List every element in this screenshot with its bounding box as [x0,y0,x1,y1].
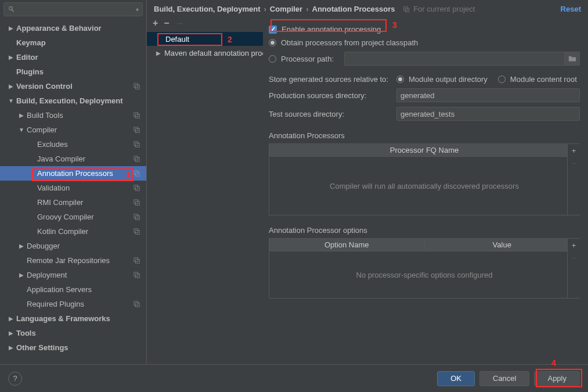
project-scope-icon [134,156,140,163]
tree-item-label: Build Tools [27,111,146,120]
expand-icon: ▼ [8,98,14,104]
tree-item-build-tools[interactable]: ▶Build Tools [0,108,146,123]
tree-item-excludes[interactable]: Excludes [0,137,146,152]
project-scope-icon [134,141,140,148]
tree-item-groovy-compiler[interactable]: Groovy Compiler [0,210,146,224]
help-button[interactable]: ? [8,372,22,386]
store-label: Store generated sources relative to: [269,75,396,84]
tree-item-annotation-processors[interactable]: Annotation Processors [0,166,146,181]
tree-item-version-control[interactable]: ▶Version Control [0,79,146,93]
prod-dir-input[interactable] [396,88,580,102]
tree-item-rmi-compiler[interactable]: RMI Compiler [0,195,146,210]
ap-add-button[interactable]: + [568,144,580,157]
expand-icon: ▶ [19,272,24,278]
folder-icon [568,55,576,62]
tree-item-keymap[interactable]: Keymap [0,35,146,50]
tree-item-label: Groovy Compiler [37,213,146,221]
tree-item-deployment[interactable]: ▶Deployment [0,268,146,282]
tree-item-languages-frameworks[interactable]: ▶Languages & Frameworks [0,311,146,326]
svg-rect-17 [135,215,139,220]
profile-item[interactable]: ▶Maven default annotation processors [147,46,263,60]
reset-link[interactable]: Reset [561,5,581,13]
tree-item-label: Validation [37,184,146,192]
tree-item-label: Excludes [37,140,146,149]
tree-item-build-execution-deployment[interactable]: ▼Build, Execution, Deployment [0,93,146,108]
expand-icon: ▶ [8,315,14,322]
obtain-classpath-radio[interactable] [269,39,276,46]
ap-table: Processor FQ Name Compiler will run all … [269,143,580,215]
tree-item-remote-jar-repositories[interactable]: Remote Jar Repositories [0,253,146,268]
svg-rect-18 [134,228,138,232]
browse-path-button[interactable] [565,52,580,66]
obtain-classpath-label: Obtain processors from project classpath [281,38,418,47]
svg-rect-7 [135,143,139,147]
opt-section-title: Annotation Processor options [269,226,580,235]
add-profile-button[interactable]: + [153,18,158,28]
search-input-container[interactable]: ▾ [3,2,143,16]
tree-item-application-servers[interactable]: Application Servers [0,282,146,297]
processor-path-input[interactable] [344,52,565,66]
tree-item-validation[interactable]: Validation [0,181,146,195]
ap-header: Processor FQ Name [269,146,579,154]
tree-item-editor[interactable]: ▶Editor [0,50,146,64]
svg-rect-15 [135,201,139,205]
opt-add-button[interactable]: + [568,239,580,251]
chevron-down-icon[interactable]: ▾ [136,6,139,13]
cancel-button[interactable]: Cancel [479,371,529,386]
tree-item-compiler[interactable]: ▼Compiler [0,123,146,137]
remove-profile-button[interactable]: − [164,18,169,28]
expand-icon: ▶ [8,25,14,31]
tree-item-label: RMI Compiler [37,198,146,207]
tree-item-label: Compiler [27,125,146,134]
expand-icon: ▶ [8,83,14,89]
test-dir-label: Test sources directory: [269,110,396,118]
ap-section-title: Annotation Processors [269,131,580,140]
svg-rect-2 [134,112,138,116]
svg-rect-23 [135,274,139,278]
tree-item-label: Tools [16,329,146,337]
tree-item-plugins[interactable]: Plugins [0,64,146,79]
project-scope-icon [134,170,140,177]
expand-icon: ▶ [8,344,14,351]
processor-path-radio[interactable] [269,55,276,63]
tree-item-appearance-behavior[interactable]: ▶Appearance & Behavior [0,21,146,35]
tree-item-debugger[interactable]: ▶Debugger [0,239,146,253]
project-scope-icon [134,272,140,279]
profile-item[interactable]: Default [147,32,263,46]
breadcrumb: Build, Execution, Deployment›Compiler›An… [154,5,395,13]
project-scope-icon [134,301,140,308]
search-input[interactable] [18,5,136,14]
tree-item-label: Keymap [16,38,146,47]
expand-icon: ▶ [19,243,24,249]
tree-item-label: Deployment [27,271,146,279]
enable-annotation-checkbox[interactable] [269,26,277,34]
opt-header-name: Option Name [269,240,425,249]
settings-tree: ▶Appearance & BehaviorKeymap▶EditorPlugi… [0,19,146,364]
tree-item-java-compiler[interactable]: Java Compiler [0,152,146,166]
module-output-radio[interactable] [396,75,404,83]
project-scope-icon [134,185,140,192]
expand-icon: ▼ [19,127,24,133]
svg-rect-20 [134,257,138,261]
tree-item-label: Version Control [16,82,146,91]
opt-header-value: Value [425,240,580,249]
tree-item-label: Remote Jar Repositories [27,256,146,265]
processor-path-label: Processor path: [281,55,334,63]
test-dir-input[interactable] [396,107,580,121]
tree-item-required-plugins[interactable]: Required Plugins [0,297,146,311]
project-scope-icon [134,257,140,264]
svg-rect-27 [405,8,409,12]
prod-dir-label: Production sources directory: [269,91,396,100]
module-content-radio[interactable] [498,75,506,83]
svg-rect-24 [134,301,138,305]
ok-button[interactable]: OK [437,371,475,386]
project-scope-icon [134,83,140,90]
project-scope-icon [134,112,140,119]
apply-button[interactable]: Apply [534,371,580,386]
tree-item-other-settings[interactable]: ▶Other Settings [0,340,146,355]
svg-rect-1 [135,85,139,89]
svg-rect-16 [134,214,138,218]
tree-item-label: Plugins [16,67,146,76]
tree-item-tools[interactable]: ▶Tools [0,326,146,340]
tree-item-kotlin-compiler[interactable]: Kotlin Compiler [0,224,146,239]
